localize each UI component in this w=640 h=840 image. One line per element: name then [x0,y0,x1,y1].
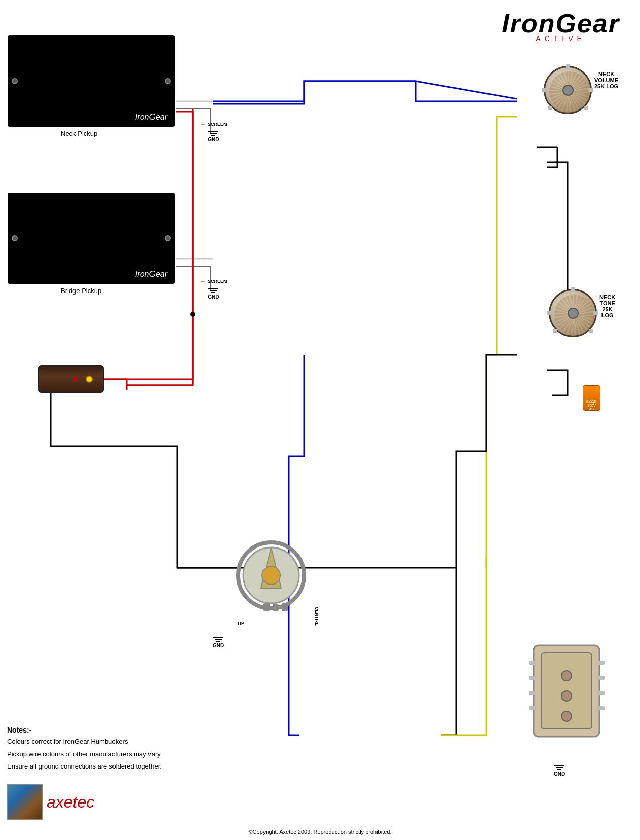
neck-tone-pot-area: NECK TONE 25K LOG GND [549,289,605,345]
selector-gnd: GND [554,765,565,777]
jack-centre-label: CENTRE [314,607,319,626]
battery-negative-terminal [73,377,78,381]
svg-rect-17 [597,661,605,665]
pickup-screw-right [165,78,171,84]
neck-tone-pot-body [549,289,597,337]
bridge-pickup-screw-left [12,235,18,241]
svg-rect-18 [597,676,605,680]
notes-section: Notes:- Colours correct for IronGear Hum… [7,726,190,774]
svg-point-22 [561,691,572,701]
svg-rect-8 [263,603,270,611]
neck-gnd-symbol: GND [200,131,227,142]
svg-point-7 [262,566,280,585]
svg-rect-19 [597,691,605,695]
selector-switch-area: GND [523,635,610,749]
jack-gnd: GND [213,637,224,648]
svg-rect-15 [529,691,536,695]
axetec-logo: axetec [47,793,94,812]
output-jack-area: TIP CENTRE GND [233,537,309,615]
svg-rect-13 [529,661,536,665]
axetec-branding: axetec [7,784,94,820]
neck-tone-label: NECK TONE 25K LOG [599,294,615,318]
bridge-screen-label: ← SCREEN GND [200,278,227,300]
svg-point-3 [190,312,195,317]
battery [38,365,104,393]
battery-positive-terminal [86,376,93,383]
neck-volume-pot [544,66,599,122]
svg-point-23 [561,711,572,721]
neck-volume-pot-body [544,66,592,114]
notes-title: Notes:- [7,726,190,734]
neck-screen-label: ← SCREEN GND [200,121,227,142]
neck-pickup-caption: Neck Pickup [61,130,97,137]
jack-tip-label: TIP [237,620,244,626]
logo-area: IronGear ACTIVE [502,10,620,43]
svg-rect-9 [273,604,279,611]
neck-pickup: IronGear [8,35,175,127]
svg-rect-10 [282,603,288,611]
capacitor: 0.22μF250V AC [583,385,600,411]
bridge-pickup-label: IronGear [135,270,167,279]
bridge-pickup: IronGear [8,193,175,284]
notes-item-2: Pickup wire colours of other manufacture… [7,750,190,759]
bridge-gnd-symbol: GND [200,288,227,300]
svg-rect-20 [597,706,605,710]
neck-tone-pot [549,289,605,345]
svg-rect-16 [529,706,536,710]
bridge-pickup-caption: Bridge Pickup [61,287,101,295]
bridge-pickup-screw-right [165,235,171,241]
notes-item-1: Colours correct for IronGear Humbuckers [7,737,190,746]
axetec-thumbnail [7,784,43,820]
notes-item-3: Ensure all ground connections are solder… [7,762,190,771]
brand-logo: IronGear [502,10,620,36]
neck-volume-pot-area: NECK VOLUME 25K LOG GND [544,66,599,122]
svg-rect-14 [529,676,536,680]
pickup-screw-left [12,78,18,84]
neck-pickup-label: IronGear [135,113,167,122]
svg-point-21 [561,671,572,681]
neck-volume-label: NECK VOLUME 25K LOG [594,71,618,89]
copyright-text: ©Copyright. Axetec 2009. Reproduction st… [248,829,391,835]
